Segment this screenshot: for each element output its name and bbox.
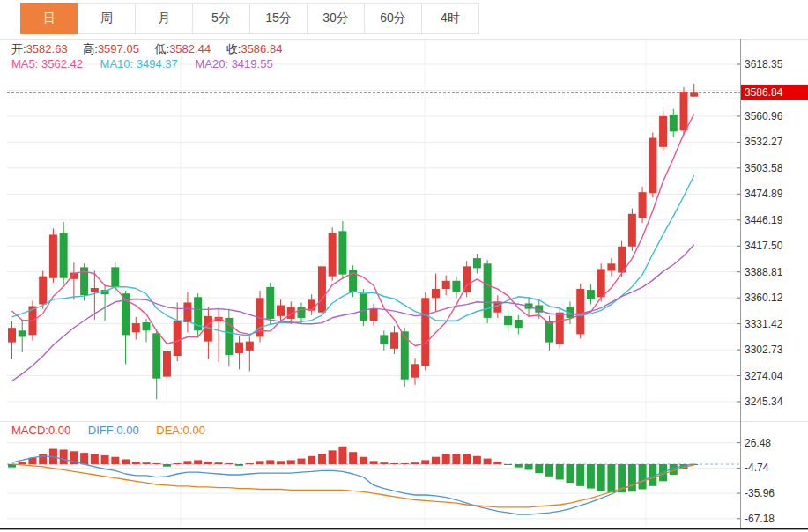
dea-label: DEA: [156,424,182,437]
tab-month[interactable]: 月 [135,3,193,34]
price-axis-label: 3560.96 [745,110,782,122]
tab-week[interactable]: 周 [78,3,136,34]
macd-value: 0.00 [48,424,70,437]
price-axis-label: 3302.73 [745,344,782,356]
price-axis-label: 3417.50 [745,240,782,252]
tab-60min[interactable]: 60分 [364,3,422,34]
dea-value: 0.00 [183,424,205,437]
macd-axis-label: -67.18 [745,513,775,525]
close-label: 收: [226,42,241,55]
price-axis-label: 3360.12 [745,292,782,304]
macd-axis-label: -4.74 [745,462,768,474]
diff-label: DIFF: [88,424,117,437]
ma20-label: MA20: [195,57,228,70]
close-value: 3586.84 [241,42,282,55]
price-axis-label: 3618.35 [745,58,782,70]
ma20-value: 3419.55 [232,57,273,70]
ma5-label: MA5: [11,57,38,70]
tab-15min[interactable]: 15分 [249,3,308,34]
ma5-value: 3562.42 [41,57,83,70]
price-axis-label: 3245.34 [745,395,782,408]
tab-day[interactable]: 日 [20,3,78,34]
low-label: 低: [155,42,170,55]
ohlc-readout: 开:3582.63 高:3597.05 低:3582.44 收:3586.84 [11,41,294,57]
macd-label: MACD: [11,424,48,437]
low-value: 3582.44 [169,42,211,55]
price-axis-label: 3532.27 [745,136,782,148]
high-value: 3597.05 [98,42,139,55]
macd-axis-label: 26.48 [745,437,771,449]
chart-plot-area[interactable] [0,0,808,532]
interval-tabbar: 日 周 月 5分 15分 30分 60分 4时 [21,3,479,36]
price-axis-label: 3274.04 [745,370,782,382]
price-axis-label: 3446.19 [745,214,782,226]
ma-readout: MA5: 3562.42 MA10: 3494.37 MA20: 3419.55 [11,57,287,70]
ma10-label: MA10: [100,57,134,70]
kline-chart-app: 日 周 月 5分 15分 30分 60分 4时 开:3582.63 高:3597… [0,0,808,532]
macd-readout: MACD:0.00 DIFF:0.00 DEA:0.00 [11,424,219,437]
tab-4hour[interactable]: 4时 [421,3,479,34]
price-axis-label: 3331.42 [745,318,782,330]
open-value: 3582.63 [26,42,68,55]
current-price-badge: 3586.84 [741,85,808,100]
price-axis-label: 3388.81 [745,266,782,278]
high-label: 高: [83,42,98,55]
ma10-value: 3494.37 [137,57,178,70]
diff-value: 0.00 [116,424,138,437]
macd-axis-label: -35.96 [745,487,775,499]
price-axis-label: 3474.89 [745,188,782,200]
price-axis-label: 3503.58 [745,162,782,174]
tab-30min[interactable]: 30分 [307,3,365,34]
open-label: 开: [11,42,26,55]
tab-5min[interactable]: 5分 [192,3,250,34]
